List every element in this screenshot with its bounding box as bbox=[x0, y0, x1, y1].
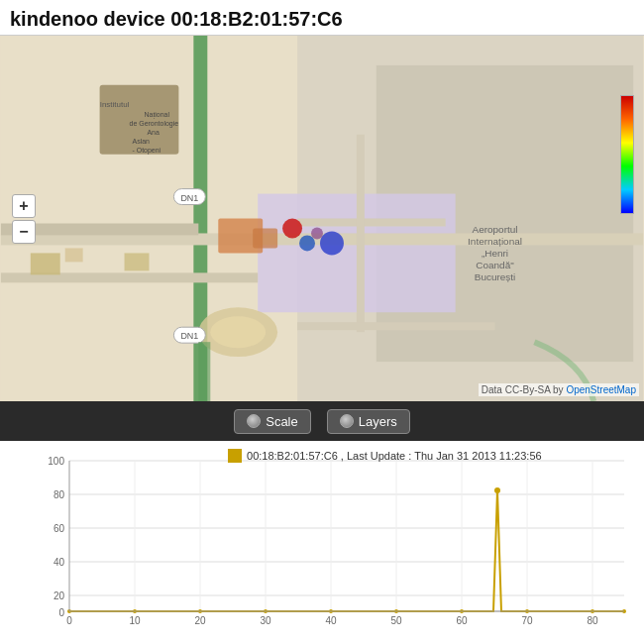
svg-text:Coandă": Coandă" bbox=[476, 260, 514, 270]
svg-text:20: 20 bbox=[54, 590, 65, 601]
svg-text:Aeroportul: Aeroportul bbox=[473, 224, 518, 235]
svg-text:70: 70 bbox=[521, 615, 533, 624]
svg-text:80: 80 bbox=[54, 489, 65, 500]
svg-text:20: 20 bbox=[194, 615, 206, 624]
zoom-out-button[interactable]: − bbox=[12, 220, 36, 244]
svg-point-10 bbox=[210, 316, 266, 348]
svg-point-37 bbox=[320, 231, 344, 255]
legend-color-swatch bbox=[228, 449, 242, 463]
svg-rect-34 bbox=[297, 322, 494, 330]
svg-text:60: 60 bbox=[54, 523, 65, 534]
map-container: Institutul Național de Gerontologie Ana … bbox=[0, 35, 644, 401]
layers-button[interactable]: Layers bbox=[327, 409, 410, 434]
svg-text:„Henri: „Henri bbox=[482, 248, 508, 259]
scale-label: Scale bbox=[266, 414, 298, 429]
svg-text:București: București bbox=[475, 271, 516, 282]
svg-text:- Otopeni: - Otopeni bbox=[133, 147, 161, 155]
svg-text:100: 100 bbox=[48, 456, 64, 467]
svg-text:0: 0 bbox=[58, 607, 64, 618]
zoom-in-button[interactable]: + bbox=[12, 194, 36, 218]
svg-text:80: 80 bbox=[587, 615, 598, 624]
svg-text:DN1: DN1 bbox=[180, 193, 198, 203]
svg-point-38 bbox=[299, 235, 315, 251]
osm-link[interactable]: OpenStreetMap bbox=[566, 384, 636, 395]
layers-icon bbox=[340, 414, 354, 428]
svg-text:Aslan: Aslan bbox=[133, 138, 151, 145]
svg-text:50: 50 bbox=[390, 615, 402, 624]
svg-rect-32 bbox=[297, 219, 446, 227]
svg-text:30: 30 bbox=[260, 615, 271, 624]
svg-rect-20 bbox=[125, 253, 150, 270]
svg-rect-26 bbox=[253, 228, 277, 248]
svg-text:60: 60 bbox=[456, 615, 468, 624]
svg-text:Național: Național bbox=[144, 111, 169, 119]
svg-text:Ana: Ana bbox=[147, 129, 160, 136]
svg-point-36 bbox=[282, 219, 302, 239]
svg-text:10: 10 bbox=[129, 615, 141, 624]
chart-container: 00:18:B2:01:57:C6 , Last Update : Thu Ja… bbox=[0, 441, 644, 639]
legend-text: 00:18:B2:01:57:C6 , Last Update : Thu Ja… bbox=[247, 450, 542, 462]
svg-text:Internațional: Internațional bbox=[468, 236, 522, 247]
svg-text:Institutul: Institutul bbox=[100, 100, 130, 109]
svg-text:0: 0 bbox=[66, 615, 72, 624]
svg-text:40: 40 bbox=[54, 557, 65, 568]
svg-point-76 bbox=[494, 487, 500, 493]
svg-rect-18 bbox=[31, 253, 60, 274]
svg-point-39 bbox=[311, 227, 323, 239]
svg-rect-33 bbox=[357, 135, 365, 332]
map-attribution: Data CC-By-SA by OpenStreetMap bbox=[479, 383, 639, 396]
chart-legend: 00:18:B2:01:57:C6 , Last Update : Thu Ja… bbox=[228, 449, 542, 463]
zoom-controls: + − bbox=[12, 194, 36, 244]
scale-icon bbox=[247, 414, 261, 428]
color-scale bbox=[620, 95, 634, 214]
layers-label: Layers bbox=[359, 414, 397, 429]
title-bar: kindenoo device 00:18:B2:01:57:C6 bbox=[0, 0, 644, 35]
svg-text:40: 40 bbox=[325, 615, 337, 624]
scale-button[interactable]: Scale bbox=[234, 409, 311, 434]
svg-rect-35 bbox=[198, 342, 210, 401]
svg-text:de Gerontologie: de Gerontologie bbox=[130, 120, 179, 128]
chart-svg: 100 80 60 40 20 0 0 10 20 30 40 50 60 70… bbox=[40, 451, 634, 624]
svg-text:DN1: DN1 bbox=[180, 331, 198, 341]
map-toolbar: Scale Layers bbox=[0, 401, 644, 441]
page-title: kindenoo device 00:18:B2:01:57:C6 bbox=[10, 8, 343, 30]
svg-rect-19 bbox=[65, 248, 83, 262]
